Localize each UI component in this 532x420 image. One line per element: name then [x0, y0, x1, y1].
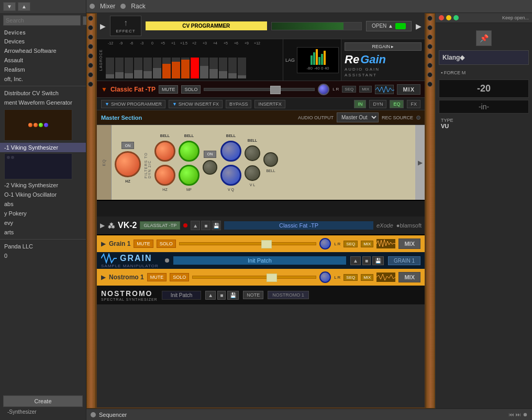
sidebar-toolbar: ▼ ▲: [0, 0, 86, 13]
grain-mute-btn[interactable]: MUTE: [134, 240, 153, 248]
rack-main[interactable]: ▶ ↑ EFFECT CV PROGRAMMER OPEN ▲ ▶ LAG: [96, 13, 426, 408]
eq-hf2-knob[interactable]: [245, 145, 260, 161]
close-traffic-light[interactable]: [439, 15, 444, 20]
sidebar-item-osc[interactable]: O-1 Viking Oscillator: [0, 190, 86, 199]
sidebar-item-abs[interactable]: abs: [0, 199, 86, 209]
eq-bar: [134, 58, 142, 78]
eq-bell3-knob[interactable]: [220, 141, 241, 162]
sidebar-item-zero[interactable]: 0: [0, 251, 86, 260]
sidebar-up-btn[interactable]: ▲: [18, 2, 30, 11]
grain-seq-btn[interactable]: SEQ: [343, 241, 358, 247]
fader-thumb[interactable]: [270, 86, 281, 94]
insert-fx-btn[interactable]: INSERTFX: [254, 100, 285, 108]
menu-item-mixer[interactable]: Mixer: [96, 1, 119, 12]
grain-fader-thumb[interactable]: [261, 240, 272, 248]
minimize-traffic-light[interactable]: [446, 15, 451, 20]
eq-bell1-knob2[interactable]: [154, 165, 175, 186]
menu-item-rack[interactable]: Rack: [127, 1, 149, 12]
sidebar-item-realism[interactable]: Realism: [0, 65, 86, 74]
classic-fat-name: Classic Fat -TP: [110, 86, 156, 93]
eq-hf2-knob2[interactable]: [245, 165, 260, 181]
klang-label: Klang◆: [442, 54, 525, 61]
audio-output-select[interactable]: Master Out: [337, 112, 379, 122]
eq-bell3-knob2[interactable]: [220, 165, 241, 186]
fader-track[interactable]: [204, 88, 315, 91]
cv-open-button[interactable]: OPEN ▲: [366, 21, 412, 31]
grain-icon-btn1[interactable]: ▲: [350, 256, 361, 265]
sidebar-item-pokery[interactable]: y Pokery: [0, 209, 86, 218]
grain-solo-btn[interactable]: SOLO: [157, 240, 176, 248]
vk2-sq-icon-btn[interactable]: ■: [201, 221, 210, 230]
eq-labels: LAGROCE: [97, 39, 105, 81]
nostromo-mix-btn[interactable]: MIX: [398, 272, 420, 282]
nostromo-mute-btn[interactable]: MUTE: [147, 273, 167, 281]
sidebar-item-evy[interactable]: evy: [0, 218, 86, 228]
eq-on-toggle[interactable]: ON: [204, 151, 216, 158]
eq-hf3-knob[interactable]: [263, 152, 278, 167]
nostromo-mix-small-btn[interactable]: MIX: [361, 274, 373, 281]
grain-icon-btn2[interactable]: ■: [362, 256, 371, 265]
nostromo-note-btn[interactable]: NOTE: [243, 291, 263, 299]
ch-expand-icon[interactable]: ▼: [101, 86, 107, 93]
sequencer-label: Sequencer: [99, 412, 127, 418]
sidebar-item-waveform[interactable]: ment Waveform Generator: [0, 98, 86, 107]
search-input[interactable]: [3, 15, 81, 26]
bypass-btn[interactable]: BYPASS: [226, 100, 251, 108]
mix-small-btn[interactable]: MIX: [359, 86, 372, 93]
regain-box: REGAIN ▸ Re Gain AUDIO GAINASSISTANT: [341, 39, 425, 81]
grain-mix-btn[interactable]: MIX: [398, 239, 420, 249]
eq-right-arrow[interactable]: ▶: [415, 125, 425, 200]
nostromo-icon-btn3[interactable]: 💾: [227, 291, 239, 300]
fx-btn[interactable]: FX: [407, 100, 420, 108]
eq-bell1-knob[interactable]: [154, 141, 175, 162]
grain-mix-small-btn[interactable]: MIX: [361, 241, 373, 247]
grain-pan-knob[interactable]: [319, 238, 331, 249]
in-btn[interactable]: IN: [354, 100, 366, 108]
eq-mf-label: MF: [186, 188, 192, 191]
grain-fader[interactable]: [179, 242, 316, 245]
nostromo-icon-btn2[interactable]: ■: [217, 291, 226, 300]
nostromo-fader[interactable]: [192, 276, 316, 279]
sidebar-item-viking1[interactable]: -1 Viking Synthesizer: [0, 143, 86, 152]
sidebar-menu-btn[interactable]: ▼: [3, 2, 16, 11]
solo-button[interactable]: SOLO: [181, 85, 201, 94]
maximize-traffic-light[interactable]: [453, 15, 459, 20]
sidebar-item-distributor[interactable]: Distributor CV Switch: [0, 88, 86, 98]
dyn-btn[interactable]: DYN: [369, 100, 386, 108]
regain-panel-header: Keep open...: [436, 13, 532, 23]
create-button[interactable]: Create: [3, 395, 83, 407]
show-insert-fx-btn[interactable]: ▼ SHOW INSERT FX: [169, 100, 223, 108]
keep-open-button[interactable]: Keep open...: [502, 15, 529, 20]
grain-icon-btn3[interactable]: 💾: [372, 256, 384, 265]
sidebar-item-arts[interactable]: arts: [0, 228, 86, 237]
nostromo-icon-btn1[interactable]: ▲: [205, 291, 216, 300]
sidebar-item-arrowhead[interactable]: Arrowhead Software: [0, 46, 86, 55]
sidebar-item-soft[interactable]: oft, Inc.: [0, 74, 86, 84]
eq-btn[interactable]: EQ: [390, 100, 404, 108]
eq-bell2-knob[interactable]: [179, 141, 199, 162]
nostromo-fader-thumb[interactable]: [267, 274, 277, 282]
input-value: -in-: [441, 103, 526, 111]
sidebar: ▼ ▲ Search Devices Devices Arrowhead Sof…: [0, 0, 86, 420]
mix-button[interactable]: MIX: [397, 84, 420, 95]
sidebar-item-devices[interactable]: Devices: [0, 37, 86, 46]
seq-btn[interactable]: SEQ: [342, 86, 356, 93]
eq-gain-knob[interactable]: [203, 160, 217, 175]
nostromo-pan-knob[interactable]: [319, 271, 331, 283]
nostromo-seq-btn[interactable]: SEQ: [343, 274, 358, 281]
vk2-save-icon-btn[interactable]: 💾: [212, 221, 221, 230]
force-m-label: ▪ FORCE M: [441, 70, 527, 75]
mute-button[interactable]: MUTE: [159, 85, 179, 94]
eq-lf-toggle[interactable]: ON: [121, 142, 134, 149]
eq-bell2-knob2[interactable]: [179, 165, 199, 186]
sidebar-item-assault[interactable]: Assault: [0, 55, 86, 65]
nostromo-solo-btn[interactable]: SOLO: [170, 273, 189, 281]
vk2-up-icon-btn[interactable]: ▲: [191, 221, 200, 230]
pan-knob[interactable]: [318, 84, 329, 95]
eq-lf-knob[interactable]: [115, 151, 141, 177]
show-programmer-btn[interactable]: ▼ SHOW PROGRAMMER: [101, 100, 165, 108]
sidebar-item-panda[interactable]: Panda LLC: [0, 242, 86, 251]
regain-title: Re: [345, 53, 359, 66]
sidebar-item-viking2[interactable]: -2 Viking Synthesizer: [0, 180, 86, 190]
grain-waveform-svg: [376, 239, 395, 248]
